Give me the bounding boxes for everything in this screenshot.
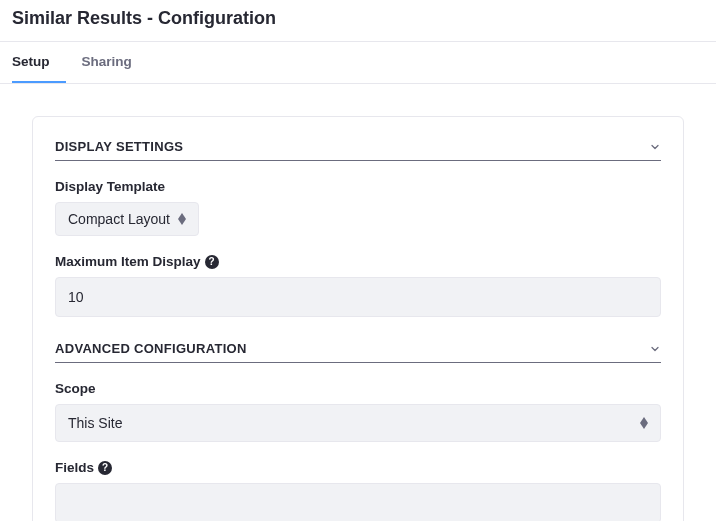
display-template-value: Compact Layout [68,211,170,227]
svg-marker-3 [640,423,648,429]
fields-label-text: Fields [55,460,94,475]
field-scope: Scope This Site [55,381,661,442]
tab-setup[interactable]: Setup [12,42,66,83]
section-advanced-header[interactable]: ADVANCED CONFIGURATION [55,341,661,363]
scope-select[interactable]: This Site [55,404,661,442]
max-item-display-label: Maximum Item Display ? [55,254,661,269]
fields-input[interactable] [55,483,661,521]
section-display-settings-header[interactable]: DISPLAY SETTINGS [55,139,661,161]
help-icon[interactable]: ? [205,255,219,269]
field-max-item-display: Maximum Item Display ? [55,254,661,317]
scope-label: Scope [55,381,661,396]
field-display-template: Display Template Compact Layout [55,179,661,236]
chevron-down-icon [649,141,661,153]
svg-marker-1 [178,219,186,225]
tabs: Setup Sharing [0,41,716,84]
fields-label: Fields ? [55,460,661,475]
section-display-settings-title: DISPLAY SETTINGS [55,139,183,154]
field-fields: Fields ? [55,460,661,521]
section-advanced-title: ADVANCED CONFIGURATION [55,341,247,356]
sort-icon [178,213,186,225]
page-title: Similar Results - Configuration [0,0,716,41]
sort-icon [640,417,648,429]
chevron-down-icon [649,343,661,355]
display-template-label: Display Template [55,179,661,194]
help-icon[interactable]: ? [98,461,112,475]
scope-value: This Site [68,415,122,431]
display-template-select[interactable]: Compact Layout [55,202,199,236]
tab-sharing[interactable]: Sharing [66,42,148,83]
config-panel: DISPLAY SETTINGS Display Template Compac… [32,116,684,521]
max-item-display-label-text: Maximum Item Display [55,254,201,269]
max-item-display-input[interactable] [55,277,661,317]
